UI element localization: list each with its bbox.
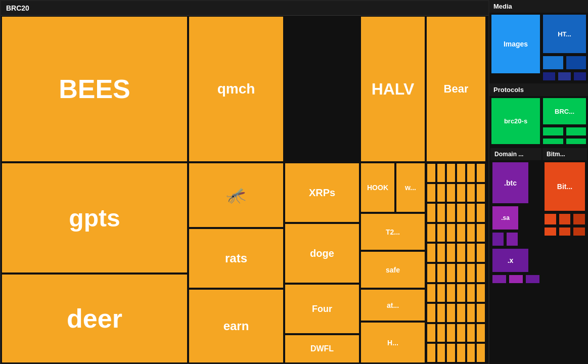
small-cell[interactable]	[457, 203, 466, 222]
small-cell[interactable]	[467, 184, 476, 203]
small-cell[interactable]	[427, 223, 436, 243]
small-cell[interactable]	[437, 303, 446, 323]
proto-small-3[interactable]	[542, 138, 564, 145]
xrps-cell[interactable]: XRPs	[284, 162, 360, 223]
small-cell[interactable]	[457, 223, 466, 243]
small-cell[interactable]	[476, 343, 485, 362]
bit-small-2[interactable]	[558, 213, 572, 225]
small-cell[interactable]	[467, 263, 476, 283]
small-cell[interactable]	[457, 184, 466, 203]
small-cell[interactable]	[427, 163, 436, 183]
small-cell[interactable]	[446, 324, 456, 343]
small-cell[interactable]	[446, 263, 456, 283]
small-cell[interactable]	[437, 284, 446, 303]
bit-small-3[interactable]	[572, 213, 586, 225]
media-tiny-1[interactable]	[542, 71, 556, 81]
brc20s-tile[interactable]: brc20-s	[490, 97, 541, 145]
media-tiny-3[interactable]	[573, 71, 587, 81]
small-cell[interactable]	[427, 343, 436, 362]
small-cell[interactable]	[446, 163, 456, 183]
small-cell[interactable]	[437, 243, 446, 262]
small-cell[interactable]	[446, 284, 456, 303]
small-cell[interactable]	[457, 243, 466, 262]
small-cell[interactable]	[457, 343, 466, 362]
small-cell[interactable]	[467, 243, 476, 262]
small-cell[interactable]	[437, 324, 446, 343]
small-cell[interactable]	[446, 343, 456, 362]
small-cell[interactable]	[467, 284, 476, 303]
proto-small-1[interactable]	[542, 126, 564, 136]
bees-cell[interactable]: BEES	[1, 16, 188, 162]
media-tiny-2[interactable]	[557, 71, 571, 81]
small-cell[interactable]	[467, 343, 476, 362]
safe-cell[interactable]: safe	[360, 251, 426, 289]
small-cell[interactable]	[427, 284, 436, 303]
bit-small-4[interactable]	[544, 226, 557, 237]
brc-tile[interactable]: BRC...	[542, 97, 587, 125]
small-cell[interactable]	[476, 163, 485, 183]
small-cell[interactable]	[476, 184, 485, 203]
small-cell[interactable]	[446, 203, 456, 222]
media-small-1[interactable]	[542, 55, 564, 70]
small-cell[interactable]	[457, 163, 466, 183]
small-cell[interactable]	[437, 223, 446, 243]
small-cell[interactable]	[446, 303, 456, 323]
bear-cell[interactable]: Bear	[426, 16, 486, 162]
small-cell[interactable]	[446, 184, 456, 203]
w-cell[interactable]: w...	[395, 162, 426, 213]
small-cell[interactable]	[467, 223, 476, 243]
earn-cell[interactable]: earn	[188, 289, 284, 363]
domain-tiny5[interactable]	[525, 274, 540, 284]
small-cell[interactable]	[467, 324, 476, 343]
icon-cell[interactable]: 🦟	[188, 162, 284, 228]
small-cell[interactable]	[467, 303, 476, 323]
h-cell[interactable]: H...	[360, 322, 426, 363]
dwfl-cell[interactable]: DWFL	[284, 334, 360, 363]
domain-tiny3[interactable]	[491, 274, 507, 284]
small-cell[interactable]	[446, 223, 456, 243]
small-cell[interactable]	[437, 343, 446, 362]
small-cell[interactable]	[437, 184, 446, 203]
gpts-cell[interactable]: gpts	[1, 162, 188, 274]
small-cell[interactable]	[427, 303, 436, 323]
small-cell[interactable]	[427, 184, 436, 203]
domain-tiny1[interactable]	[491, 232, 505, 247]
t2-cell[interactable]: T2...	[360, 213, 426, 251]
ht-tile[interactable]: HT...	[542, 14, 587, 54]
small-cell[interactable]	[427, 263, 436, 283]
small-cell[interactable]	[476, 243, 485, 262]
proto-small-4[interactable]	[565, 138, 587, 145]
small-cell[interactable]	[476, 223, 485, 243]
hook-cell[interactable]: HOOK	[360, 162, 395, 213]
media-small-2[interactable]	[565, 55, 587, 70]
deer-cell[interactable]: deer	[1, 274, 188, 363]
x-tile[interactable]: .x	[491, 248, 529, 273]
small-cell[interactable]	[467, 163, 476, 183]
small-cell[interactable]	[446, 243, 456, 262]
small-cell[interactable]	[476, 303, 485, 323]
doge-cell[interactable]: doge	[284, 223, 360, 284]
four-cell[interactable]: Four	[284, 284, 360, 334]
small-cell[interactable]	[457, 324, 466, 343]
small-cell[interactable]	[437, 263, 446, 283]
btc-tile[interactable]: .btc	[491, 161, 529, 204]
small-cell[interactable]	[476, 263, 485, 283]
small-cell[interactable]	[427, 324, 436, 343]
bit-tile[interactable]: Bit...	[544, 161, 586, 212]
images-tile[interactable]: Images	[490, 14, 541, 74]
domain-tiny2[interactable]	[506, 232, 519, 247]
domain-tiny4[interactable]	[508, 274, 524, 284]
small-cell[interactable]	[437, 163, 446, 183]
rats-cell[interactable]: rats	[188, 228, 284, 289]
small-cell[interactable]	[467, 203, 476, 222]
small-cell[interactable]	[457, 303, 466, 323]
at-cell[interactable]: at...	[360, 289, 426, 322]
small-cell[interactable]	[457, 263, 466, 283]
small-cell[interactable]	[427, 203, 436, 222]
small-cell[interactable]	[427, 243, 436, 262]
small-cell[interactable]	[437, 203, 446, 222]
proto-small-2[interactable]	[565, 126, 587, 136]
small-cell[interactable]	[476, 284, 485, 303]
halv-cell[interactable]: HALV	[360, 16, 426, 162]
bit-small-5[interactable]	[558, 226, 572, 237]
